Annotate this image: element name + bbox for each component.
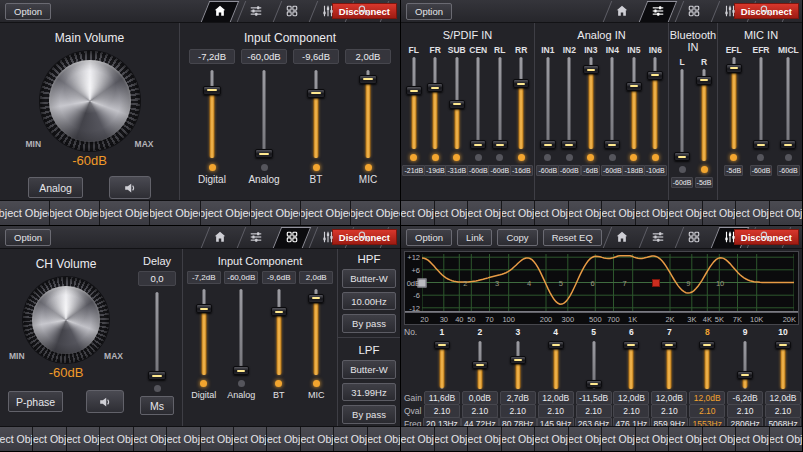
channel-tab[interactable]: [object Object] [502,201,536,225]
eq-band-slider[interactable] [472,341,488,389]
nav-tab-mixer[interactable] [238,226,274,248]
input-level-slider[interactable] [203,70,221,158]
slider-handle[interactable] [470,140,486,149]
slider-handle[interactable] [449,100,465,109]
slider-handle[interactable] [674,152,690,161]
slider-handle[interactable] [623,341,639,349]
channel-tab[interactable]: [object Object] [535,201,569,225]
slider-handle[interactable] [148,371,166,380]
slider-handle[interactable] [492,140,508,149]
slider-handle[interactable] [203,86,221,95]
channel-tab[interactable]: [object Object] [401,427,435,451]
nav-tab-grid[interactable] [676,226,712,248]
nav-tab-home[interactable] [604,226,640,248]
slider-handle[interactable] [604,140,620,149]
slider-handle[interactable] [699,341,715,349]
slider-handle[interactable] [307,89,325,98]
mixer-level-slider[interactable] [513,57,529,149]
eq-qval-value[interactable]: 2.10 [500,404,536,418]
eq-curve-band-marker[interactable]: 2 [463,278,467,287]
channel-tab[interactable]: [object Object] [468,201,502,225]
preset-tab[interactable]: [object Object] [201,201,251,225]
channel-tab[interactable]: [object Object] [435,427,469,451]
eq-qval-value[interactable]: 2.10 [765,404,801,418]
option-button[interactable]: Option [406,229,452,246]
mixer-level-slider[interactable] [561,57,577,149]
mixer-level-slider[interactable] [726,57,742,149]
eq-gain-value[interactable]: 12,0dB [613,391,649,405]
preset-tab[interactable]: [object Object] [150,201,200,225]
eq-qval-value[interactable]: 2.10 [538,404,574,418]
input-level-slider[interactable] [233,289,249,375]
option-button[interactable]: Option [406,3,452,20]
slider-handle[interactable] [561,140,577,149]
slider-handle[interactable] [586,380,602,388]
eq-band-slider[interactable] [434,341,450,389]
analog-source-button[interactable]: Analog [28,177,83,198]
eq-gain-value[interactable]: 12,0dB [765,391,801,405]
channel-tab[interactable]: [object Object] [267,427,300,451]
mixer-level-slider[interactable] [604,57,620,149]
mixer-level-slider[interactable] [470,57,486,149]
eq-band-slider[interactable] [510,341,526,389]
mixer-level-slider[interactable] [427,57,443,149]
nav-tab-grid[interactable] [676,0,712,22]
slider-handle[interactable] [661,341,677,349]
channel-tab[interactable]: [object Object] [134,427,167,451]
channel-tab[interactable]: [object Object] [201,427,234,451]
eq-qval-value[interactable]: 2.10 [613,404,649,418]
eq-band-slider[interactable] [586,341,602,389]
ch-volume-knob[interactable]: MIN MAX [23,277,109,363]
channel-tab[interactable]: [object Object] [167,427,200,451]
mixer-level-slider[interactable] [492,57,508,149]
channel-tab[interactable]: [object Object] [770,201,803,225]
preset-tab[interactable]: [object Object] [100,201,150,225]
lpf-freq-button[interactable]: 31.99Hz [342,383,396,402]
link-button[interactable]: Link [457,229,492,246]
preset-tab[interactable]: [object Object] [50,201,100,225]
channel-tab[interactable]: [object Object] [736,427,770,451]
lpf-type-button[interactable]: Butter-W [342,360,396,379]
input-level-slider[interactable] [307,70,325,158]
channel-tab[interactable]: [object Object] [636,427,670,451]
channel-tab[interactable]: [object Object] [33,427,66,451]
slider-handle[interactable] [472,361,488,369]
eq-gain-value[interactable]: 12,0dB [538,391,574,405]
nav-tab-grid[interactable] [274,0,310,22]
mute-button[interactable] [109,176,151,199]
input-level-slider[interactable] [359,70,377,158]
phase-button[interactable]: P-phase [8,391,63,412]
eq-gain-value[interactable]: 12,0dB [651,391,687,405]
slider-handle[interactable] [406,86,422,95]
nav-tab-mixer[interactable] [640,226,676,248]
channel-tab[interactable]: [object Object] [669,427,703,451]
channel-tab[interactable]: [object Object] [468,427,502,451]
eq-band-slider[interactable] [623,341,639,389]
eq-band-slider[interactable] [548,341,564,389]
mixer-level-slider[interactable] [780,57,796,149]
input-level-slider[interactable] [255,70,273,158]
eq-qval-value[interactable]: 2.10 [424,404,460,418]
slider-handle[interactable] [647,71,663,80]
eq-qval-value[interactable]: 2.10 [462,404,498,418]
eq-curve-band-marker[interactable] [652,279,660,287]
mixer-level-slider[interactable] [406,57,422,149]
slider-handle[interactable] [753,140,769,149]
nav-tab-mixer[interactable] [238,0,274,22]
eq-gain-value[interactable]: -11,5dB [576,391,612,405]
mixer-level-slider[interactable] [449,57,465,149]
eq-qval-value[interactable]: 2.10 [576,404,612,418]
hpf-bypass-button[interactable]: By pass [342,314,396,333]
nav-tab-home[interactable] [202,226,238,248]
preset-tab[interactable]: [object Object] [251,201,301,225]
input-level-slider[interactable] [196,289,212,375]
channel-tab[interactable]: [object Object] [569,427,603,451]
eq-gain-value[interactable]: 12,0dB [689,391,725,405]
slider-handle[interactable] [359,75,377,84]
slider-handle[interactable] [780,140,796,149]
preset-tab[interactable]: [object Object] [301,201,351,225]
reset-eq-button[interactable]: Reset EQ [543,229,602,246]
eq-curve-band-marker[interactable]: 9 [686,278,690,287]
copy-button[interactable]: Copy [497,229,537,246]
eq-curve-band-marker[interactable]: 10 [716,278,724,287]
